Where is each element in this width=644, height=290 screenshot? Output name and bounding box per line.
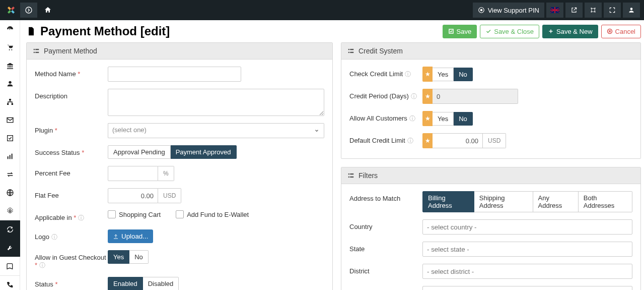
svg-rect-0 <box>8 7 11 10</box>
success-status-label: Success Status * <box>35 145 108 156</box>
allow-guest-yes[interactable]: Yes <box>108 250 129 264</box>
info-icon: ⓘ <box>51 234 57 241</box>
address-both[interactable]: Both Addresses <box>579 191 632 212</box>
svg-rect-38 <box>350 177 353 178</box>
country-label: Country <box>349 219 422 230</box>
flat-fee-input[interactable] <box>108 188 158 203</box>
language-button[interactable] <box>546 3 563 18</box>
support-pin-button[interactable]: View Support PIN <box>473 3 544 18</box>
address-match-toggle[interactable]: Billing Address Shipping Address Any Add… <box>422 191 632 212</box>
star-icon: ★ <box>422 133 433 148</box>
sidebar-dashboard[interactable] <box>0 20 20 38</box>
sidebar-cart[interactable] <box>0 38 20 56</box>
sidebar-settings[interactable] <box>0 202 20 220</box>
plugin-select[interactable]: (select one) <box>108 123 324 138</box>
upload-button[interactable]: Upload... <box>108 229 153 243</box>
percent-fee-input[interactable] <box>108 166 158 181</box>
zip-select[interactable] <box>422 286 632 290</box>
sidebar-book[interactable] <box>0 257 20 275</box>
svg-rect-21 <box>10 155 11 159</box>
svg-rect-37 <box>348 177 349 178</box>
sidebar-phone[interactable] <box>0 276 20 290</box>
sidebar-tools[interactable] <box>0 239 20 257</box>
allow-all-no[interactable]: No <box>454 112 473 126</box>
cancel-button[interactable]: Cancel <box>601 25 641 38</box>
svg-point-12 <box>9 49 10 50</box>
list-icon <box>347 172 354 179</box>
save-new-button[interactable]: Save & New <box>542 25 598 38</box>
method-name-input[interactable] <box>108 67 241 82</box>
check-credit-limit-toggle[interactable]: Yes No <box>433 68 473 81</box>
sidebar-transfer[interactable] <box>0 165 20 184</box>
success-status-pending[interactable]: Approval Pending <box>108 145 171 159</box>
country-select[interactable] <box>422 219 632 235</box>
sidebar-check[interactable] <box>0 129 20 147</box>
svg-rect-34 <box>350 52 353 53</box>
state-select[interactable] <box>422 242 632 257</box>
success-status-toggle[interactable]: Approval Pending Payment Approved <box>108 145 237 159</box>
state-label: State <box>349 242 422 253</box>
user-button[interactable] <box>623 3 640 18</box>
svg-rect-31 <box>348 49 349 50</box>
check-credit-no[interactable]: No <box>454 68 473 81</box>
info-icon: ⓘ <box>411 93 417 100</box>
applicable-cart-checkbox[interactable]: Shopping Cart <box>108 210 161 218</box>
star-icon: ★ <box>422 67 433 82</box>
svg-rect-22 <box>12 154 13 159</box>
sidebar-user[interactable] <box>0 75 20 93</box>
svg-rect-15 <box>9 99 11 100</box>
check-credit-yes[interactable]: Yes <box>433 68 454 81</box>
status-disabled[interactable]: Disabled <box>143 277 179 290</box>
allow-all-yes[interactable]: Yes <box>433 112 454 126</box>
list-icon <box>347 47 354 54</box>
address-shipping[interactable]: Shipping Address <box>474 191 533 212</box>
district-select[interactable] <box>422 264 632 279</box>
success-status-approved[interactable]: Payment Approved <box>171 145 237 159</box>
sidebar-chart[interactable] <box>0 147 20 165</box>
description-textarea[interactable] <box>108 89 324 116</box>
list-icon <box>33 47 40 54</box>
sidebar-refresh[interactable] <box>0 220 20 239</box>
svg-point-13 <box>11 49 12 50</box>
svg-rect-29 <box>34 52 35 53</box>
sidebar-bank[interactable] <box>0 56 20 75</box>
district-label: District <box>349 264 422 275</box>
info-icon: ⓘ <box>39 262 45 269</box>
svg-rect-3 <box>8 10 11 14</box>
applicable-ewallet-checkbox[interactable]: Add Fund to E-Wallet <box>176 210 249 218</box>
status-enabled[interactable]: Enabled <box>108 277 143 290</box>
save-close-button[interactable]: Save & Close <box>480 25 539 38</box>
description-label: Description <box>35 89 108 100</box>
address-any[interactable]: Any Address <box>533 191 579 212</box>
sidebar-globe[interactable] <box>0 184 20 202</box>
svg-rect-33 <box>348 52 349 53</box>
sidebar <box>0 20 20 290</box>
panel-payment-method: Payment Method Method Name * Description… <box>26 42 333 290</box>
svg-rect-17 <box>12 103 13 105</box>
home-button[interactable] <box>39 3 56 18</box>
percent-unit: % <box>158 166 174 181</box>
svg-rect-30 <box>35 52 39 53</box>
fullscreen-button[interactable] <box>604 3 621 18</box>
logo-label: Logoⓘ <box>35 229 108 242</box>
panel-title: Credit System <box>359 47 403 55</box>
nav-forward-button[interactable] <box>20 3 37 18</box>
address-billing[interactable]: Billing Address <box>422 191 474 212</box>
status-toggle[interactable]: Enabled Disabled <box>108 277 179 290</box>
sidebar-sitemap[interactable] <box>0 93 20 111</box>
star-icon: ★ <box>422 111 433 126</box>
topbar: View Support PIN <box>0 0 644 20</box>
svg-point-14 <box>9 81 11 84</box>
sidebar-mail[interactable] <box>0 111 20 129</box>
joomla-button[interactable] <box>585 3 602 18</box>
credit-period-label: Credit Period (Days)ⓘ <box>349 89 422 101</box>
save-button[interactable]: Save <box>443 25 477 38</box>
credit-period-input[interactable] <box>433 89 518 104</box>
allow-guest-no[interactable]: No <box>129 250 149 264</box>
external-link-button[interactable] <box>565 3 583 18</box>
address-match-label: Address to Match <box>349 191 422 202</box>
default-credit-limit-input[interactable] <box>433 133 483 148</box>
default-credit-limit-label: Default Credit Limitⓘ <box>349 133 422 145</box>
allow-guest-toggle[interactable]: Yes No <box>108 250 149 264</box>
allow-all-toggle[interactable]: Yes No <box>433 112 473 126</box>
